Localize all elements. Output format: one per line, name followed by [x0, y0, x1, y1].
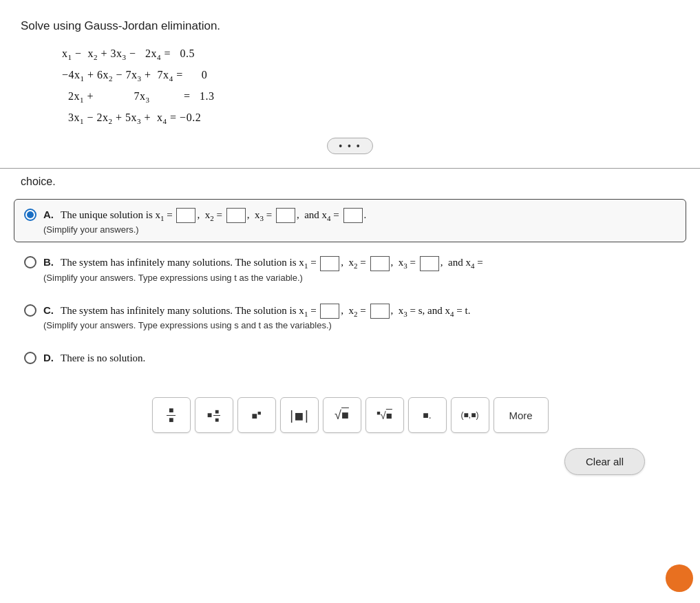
- x3-input[interactable]: [276, 208, 295, 223]
- absolute-value-icon: |■|: [288, 408, 310, 423]
- radio-b[interactable]: [24, 256, 36, 268]
- more-dots-row: • • •: [21, 138, 679, 154]
- option-c-label: C.: [43, 304, 54, 316]
- option-b-content: The system has infinitely many solutions…: [61, 257, 483, 268]
- option-a-content: The unique solution is x1 = , x2 = , x3 …: [61, 209, 366, 220]
- more-button[interactable]: More: [494, 397, 549, 433]
- problem-title: Solve using Gauss-Jordan elimination.: [21, 19, 679, 33]
- option-d[interactable]: D. There is no solution.: [14, 342, 686, 374]
- mixed-number-button[interactable]: ■ ■ ■: [195, 397, 233, 433]
- coordinate-icon: (■,■): [461, 410, 479, 420]
- option-a[interactable]: A. The unique solution is x1 = , x2 = , …: [14, 199, 686, 243]
- toolbar-row: ■ ■ ■ ■ ■ ■■ |■| √■ ■: [0, 389, 700, 441]
- option-d-content: There is no solution.: [61, 352, 145, 363]
- decimal-button[interactable]: ■.: [408, 397, 447, 433]
- mixed-number-icon: ■ ■ ■: [207, 408, 220, 423]
- square-root-icon: √■: [335, 408, 349, 423]
- radio-d[interactable]: [24, 352, 36, 364]
- top-section: Solve using Gauss-Jordan elimination. x1…: [0, 0, 700, 168]
- radio-c[interactable]: [24, 304, 36, 317]
- equation-row-2: −4x1 + 6x2 − 7x3 + 7x4 = 0: [62, 65, 679, 85]
- choice-label: choice.: [0, 169, 700, 193]
- x2-input[interactable]: [226, 208, 246, 223]
- option-b-label: B.: [43, 256, 54, 268]
- option-a-subtext: (Simplify your answers.): [43, 224, 366, 235]
- b-x2-input[interactable]: [370, 256, 390, 271]
- eq-text-1: x1 − x2 + 3x3 − 2x4 = 0.5: [62, 44, 195, 64]
- eq-text-4: 3x1 − 2x2 + 5x3 + x4 = −0.2: [62, 108, 201, 128]
- b-x1-input[interactable]: [320, 256, 339, 271]
- decimal-icon: ■.: [423, 410, 431, 421]
- radio-a[interactable]: [24, 209, 36, 221]
- equation-row-1: x1 − x2 + 3x3 − 2x4 = 0.5: [62, 44, 679, 64]
- superscript-icon: ■■: [252, 410, 262, 421]
- answer-section: A. The unique solution is x1 = , x2 = , …: [0, 193, 700, 384]
- fraction-icon: ■ ■: [167, 406, 176, 425]
- nth-root-button[interactable]: ■√■: [365, 397, 404, 433]
- option-b[interactable]: B. The system has infinitely many soluti…: [14, 246, 686, 290]
- x1-input[interactable]: [176, 208, 195, 223]
- clear-all-row: Clear all: [0, 441, 700, 486]
- eq-text-3: 2x1 + 7x3 = 1.3: [62, 87, 215, 107]
- main-container: Solve using Gauss-Jordan elimination. x1…: [0, 0, 700, 603]
- option-b-subtext: (Simplify your answers. Type expressions…: [43, 273, 483, 283]
- option-c-content: The system has infinitely many solutions…: [61, 305, 470, 316]
- eq-text-2: −4x1 + 6x2 − 7x3 + 7x4 = 0: [62, 65, 207, 85]
- b-x3-input[interactable]: [420, 256, 439, 271]
- equation-row-3: 2x1 + 7x3 = 1.3: [62, 87, 679, 107]
- orange-circle-decoration: [666, 564, 693, 592]
- equations: x1 − x2 + 3x3 − 2x4 = 0.5 −4x1 + 6x2 − 7…: [62, 44, 679, 128]
- square-root-button[interactable]: √■: [323, 397, 361, 433]
- option-c[interactable]: C. The system has infinitely many soluti…: [14, 295, 686, 339]
- superscript-button[interactable]: ■■: [237, 397, 276, 433]
- fraction-button[interactable]: ■ ■: [152, 397, 191, 433]
- nth-root-icon: ■√■: [376, 410, 392, 421]
- option-d-label: D.: [43, 352, 54, 363]
- coordinate-button[interactable]: (■,■): [451, 397, 489, 433]
- c-x1-input[interactable]: [320, 304, 339, 319]
- option-c-subtext: (Simplify your answers. Type expressions…: [43, 320, 470, 330]
- option-a-label: A.: [43, 209, 54, 220]
- equation-row-4: 3x1 − 2x2 + 5x3 + x4 = −0.2: [62, 108, 679, 128]
- clear-all-button[interactable]: Clear all: [564, 448, 645, 475]
- absolute-value-button[interactable]: |■|: [280, 397, 319, 433]
- c-x2-input[interactable]: [370, 304, 390, 319]
- radio-a-inner: [27, 211, 34, 218]
- more-dots-button[interactable]: • • •: [327, 138, 372, 154]
- x4-input[interactable]: [343, 208, 363, 223]
